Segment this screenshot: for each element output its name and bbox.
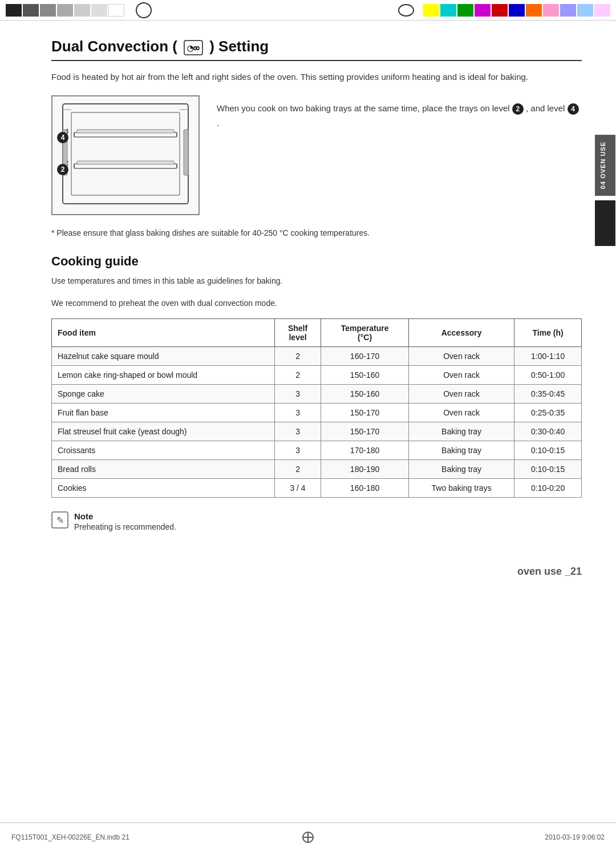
table-cell: Baking tray bbox=[409, 460, 514, 479]
table-row: Lemon cake ring-shaped or bowl mould2150… bbox=[52, 366, 582, 385]
page-content: Dual Convection ( ◔∞ ) Setting Food is h… bbox=[51, 21, 582, 612]
col-header-food: Food item bbox=[52, 319, 275, 347]
section-title-mid: ) Setting bbox=[209, 38, 269, 55]
table-cell: 3 bbox=[274, 422, 321, 441]
table-cell: Two baking trays bbox=[409, 479, 514, 498]
table-cell: Oven rack bbox=[409, 404, 514, 422]
table-cell: Hazelnut cake square mould bbox=[52, 347, 275, 366]
table-cell: Oven rack bbox=[409, 385, 514, 404]
svg-rect-5 bbox=[77, 130, 174, 133]
table-cell: Oven rack bbox=[409, 366, 514, 385]
table-cell: 0:10-0:20 bbox=[514, 479, 582, 498]
section-header: Dual Convection ( ◔∞ ) Setting bbox=[51, 38, 582, 61]
table-cell: 3 bbox=[274, 404, 321, 422]
col-header-time: Time (h) bbox=[514, 319, 582, 347]
sidebar: 04 OVEN USE bbox=[594, 21, 616, 817]
caption-text2: , and level bbox=[526, 103, 565, 113]
note-content: Note Preheating is recommended. bbox=[74, 511, 176, 531]
color-lightblue bbox=[577, 4, 593, 17]
table-row: Bread rolls2180-190Baking tray0:10-0:15 bbox=[52, 460, 582, 479]
table-cell: Cookies bbox=[52, 479, 275, 498]
diagram-caption: When you cook on two baking trays at the… bbox=[217, 95, 582, 215]
sidebar-label: 04 OVEN USE bbox=[595, 135, 615, 196]
oven-illustration: 4 2 bbox=[57, 101, 194, 209]
table-cell: 0:35-0:45 bbox=[514, 385, 582, 404]
crosshair-icon-center bbox=[398, 4, 414, 17]
table-cell: 150-170 bbox=[321, 404, 409, 422]
color-lightpink bbox=[594, 4, 610, 17]
table-row: Croissants3170-180Baking tray0:10-0:15 bbox=[52, 441, 582, 460]
level2-badge: 2 bbox=[57, 164, 68, 175]
table-cell: 0:30-0:40 bbox=[514, 422, 582, 441]
footer-right: 2010-03-19 9:06:02 bbox=[545, 833, 605, 841]
table-cell: 2 bbox=[274, 347, 321, 366]
reg-box-gray5 bbox=[91, 4, 107, 17]
table-cell: 0:10-0:15 bbox=[514, 441, 582, 460]
table-cell: Flat streusel fruit cake (yeast dough) bbox=[52, 422, 275, 441]
asterisk-note: * Please ensure that glass baking dishes… bbox=[51, 227, 582, 239]
cooking-guide-intro1: Use temperatures and times in this table… bbox=[51, 275, 582, 287]
table-cell: Fruit flan base bbox=[52, 404, 275, 422]
table-row: Fruit flan base3150-170Oven rack0:25-0:3… bbox=[52, 404, 582, 422]
table-cell: 2 bbox=[274, 366, 321, 385]
reg-marks-left bbox=[6, 2, 152, 18]
convection-icon: ◔∞ bbox=[184, 40, 203, 55]
table-cell: Sponge cake bbox=[52, 385, 275, 404]
color-yellow bbox=[423, 4, 439, 17]
col-header-shelf: Shelflevel bbox=[274, 319, 321, 347]
bottom-bar: FQ115T001_XEH-00226E_EN.indb 21 2010-03-… bbox=[0, 822, 616, 851]
oven-diagram: 4 2 4 2 bbox=[51, 95, 200, 215]
table-cell: Baking tray bbox=[409, 422, 514, 441]
color-blue bbox=[509, 4, 525, 17]
color-green bbox=[457, 4, 473, 17]
table-cell: 150-170 bbox=[321, 422, 409, 441]
svg-rect-1 bbox=[71, 112, 180, 195]
table-cell: 150-160 bbox=[321, 385, 409, 404]
table-cell: 180-190 bbox=[321, 460, 409, 479]
section-title: Dual Convection ( ◔∞ ) Setting bbox=[51, 38, 582, 55]
level4-circle: 4 bbox=[568, 103, 579, 115]
color-lavender bbox=[560, 4, 576, 17]
note-icon: ✎ bbox=[51, 511, 68, 529]
table-cell: 160-170 bbox=[321, 347, 409, 366]
color-strip bbox=[398, 4, 610, 17]
table-cell: 3 bbox=[274, 441, 321, 460]
note-body: Preheating is recommended. bbox=[74, 522, 176, 531]
reg-box-gray2 bbox=[40, 4, 56, 17]
cooking-table: Food item Shelflevel Temperature(°C) Acc… bbox=[51, 318, 582, 498]
footer-center bbox=[302, 832, 314, 843]
table-cell: Lemon cake ring-shaped or bowl mould bbox=[52, 366, 275, 385]
sidebar-black-bar bbox=[595, 200, 615, 246]
table-cell: 150-160 bbox=[321, 366, 409, 385]
top-registration-bar bbox=[0, 0, 616, 21]
table-cell: 3 / 4 bbox=[274, 479, 321, 498]
table-cell: 3 bbox=[274, 385, 321, 404]
crosshair-icon-left bbox=[136, 2, 152, 18]
color-pink bbox=[543, 4, 559, 17]
intro-paragraph: Food is heated by hot air from the left … bbox=[51, 70, 582, 84]
cooking-guide-intro2: We recommend to preheat the oven with du… bbox=[51, 297, 582, 309]
color-orange bbox=[526, 4, 542, 17]
caption-text1: When you cook on two baking trays at the… bbox=[217, 103, 510, 113]
table-row: Hazelnut cake square mould2160-170Oven r… bbox=[52, 347, 582, 366]
table-row: Cookies3 / 4160-180Two baking trays0:10-… bbox=[52, 479, 582, 498]
footer-left: FQ115T001_XEH-00226E_EN.indb 21 bbox=[11, 833, 129, 841]
color-red bbox=[492, 4, 508, 17]
level2-circle: 2 bbox=[512, 103, 524, 115]
table-row: Sponge cake3150-160Oven rack0:35-0:45 bbox=[52, 385, 582, 404]
table-cell: Baking tray bbox=[409, 441, 514, 460]
color-cyan bbox=[440, 4, 456, 17]
table-cell: 0:10-0:15 bbox=[514, 460, 582, 479]
caption-period: . bbox=[217, 118, 219, 128]
level4-badge: 4 bbox=[57, 132, 68, 143]
reg-box-black bbox=[6, 4, 22, 17]
crosshair-bottom bbox=[302, 832, 314, 843]
table-cell: 0:50-1:00 bbox=[514, 366, 582, 385]
table-row: Flat streusel fruit cake (yeast dough)31… bbox=[52, 422, 582, 441]
table-cell: 2 bbox=[274, 460, 321, 479]
svg-rect-9 bbox=[77, 161, 174, 164]
note-label: Note bbox=[74, 511, 176, 521]
svg-rect-13 bbox=[184, 130, 188, 175]
table-cell: 1:00-1:10 bbox=[514, 347, 582, 366]
table-cell: Bread rolls bbox=[52, 460, 275, 479]
